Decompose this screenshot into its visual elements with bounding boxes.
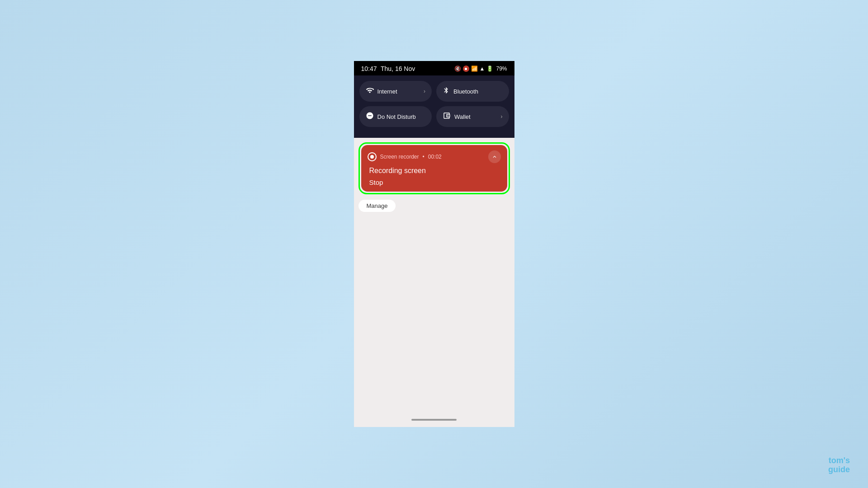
mute-icon: 🔇	[454, 66, 461, 72]
notification-header-left: Screen recorder • 00:02	[368, 152, 442, 161]
phone-screen: 10:47 Thu, 16 Nov 🔇 ⏺ 📶 ▲ 🔋 79%	[354, 61, 514, 427]
wifi-status-icon: 📶	[471, 66, 478, 72]
quick-settings-row-1: Internet › Bluetooth	[359, 81, 509, 102]
notification-time: 00:02	[428, 154, 442, 160]
quick-settings-row-2: Do Not Disturb Wallet ›	[359, 106, 509, 127]
recorder-icon-inner	[370, 155, 374, 159]
do-not-disturb-tile-label: Do Not Disturb	[377, 113, 426, 120]
bluetooth-icon	[443, 86, 450, 96]
notification-header: Screen recorder • 00:02	[368, 150, 501, 163]
screen-recorder-notification: Screen recorder • 00:02 Recording screen…	[361, 145, 507, 192]
manage-button[interactable]: Manage	[359, 200, 396, 212]
do-not-disturb-tile[interactable]: Do Not Disturb	[359, 106, 432, 127]
do-not-disturb-icon	[366, 112, 374, 122]
empty-notification-area	[354, 212, 514, 414]
battery-icon: 🔋	[486, 66, 493, 72]
notification-separator: •	[423, 154, 425, 160]
status-time: 10:47	[361, 65, 377, 72]
internet-tile-label: Internet	[377, 88, 420, 95]
bluetooth-tile[interactable]: Bluetooth	[436, 81, 509, 102]
internet-chevron-icon: ›	[424, 88, 425, 94]
screen-recorder-icon	[368, 152, 377, 161]
status-bar: 10:47 Thu, 16 Nov 🔇 ⏺ 📶 ▲ 🔋 79%	[354, 61, 514, 75]
bluetooth-tile-label: Bluetooth	[453, 88, 503, 95]
home-indicator[interactable]	[411, 419, 457, 421]
toms-guide-watermark: tom's guide	[828, 456, 850, 474]
wallet-tile-label: Wallet	[454, 113, 497, 120]
wallet-icon	[443, 112, 451, 122]
notification-collapse-button[interactable]	[488, 150, 501, 163]
status-date: Thu, 16 Nov	[381, 65, 415, 72]
battery-percentage: 79%	[496, 66, 507, 72]
notification-area: Screen recorder • 00:02 Recording screen…	[354, 138, 514, 427]
status-bar-left: 10:47 Thu, 16 Nov	[361, 65, 415, 73]
watermark-line1: tom's	[828, 456, 850, 465]
signal-icon: ▲	[480, 66, 485, 72]
watermark-line2: guide	[828, 465, 850, 474]
status-icons: 🔇 ⏺ 📶 ▲ 🔋 79%	[454, 66, 507, 72]
record-indicator-icon: ⏺	[463, 66, 469, 72]
notification-highlight-border: Screen recorder • 00:02 Recording screen…	[359, 142, 510, 194]
notification-title: Recording screen	[368, 167, 501, 175]
notification-app-name: Screen recorder	[380, 154, 419, 160]
svg-point-0	[448, 115, 448, 116]
internet-tile[interactable]: Internet ›	[359, 81, 432, 102]
quick-settings-panel: Internet › Bluetooth	[354, 75, 514, 138]
notification-wrapper: Screen recorder • 00:02 Recording screen…	[354, 138, 514, 194]
manage-btn-area: Manage	[354, 194, 514, 212]
stop-button[interactable]: Stop	[368, 178, 501, 186]
wifi-icon	[366, 86, 374, 96]
wallet-chevron-icon: ›	[501, 113, 503, 120]
wallet-tile[interactable]: Wallet ›	[436, 106, 509, 127]
home-indicator-area	[354, 414, 514, 427]
